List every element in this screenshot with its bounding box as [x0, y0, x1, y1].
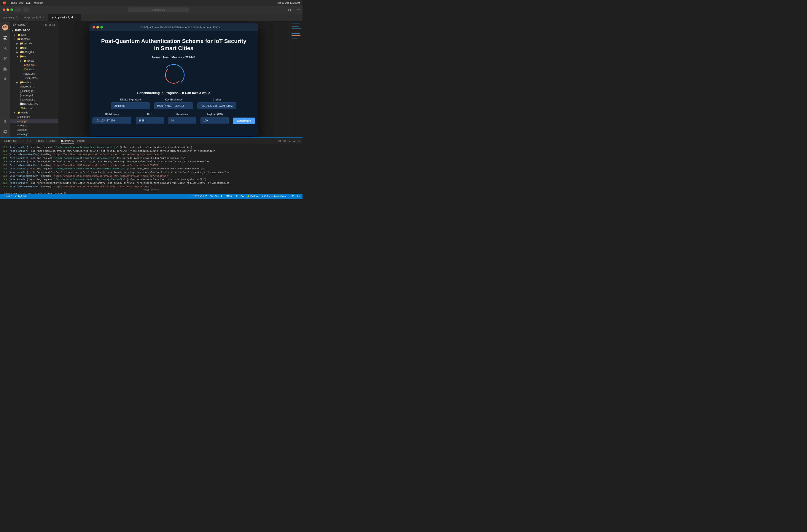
right-column [290, 21, 303, 137]
line-ending[interactable]: LF [235, 195, 237, 197]
css-icon: # [23, 72, 25, 75]
cipher-input[interactable] [197, 102, 236, 109]
explorer-icon[interactable] [1, 34, 9, 42]
search-bar[interactable] [128, 7, 189, 12]
layout-icon[interactable]: ⊞ [292, 8, 295, 12]
ip-input[interactable] [93, 117, 131, 124]
tree-main-js[interactable]: JSmain.js [11, 67, 58, 72]
folder-icon: 📁 [20, 46, 23, 49]
tree-src[interactable]: ▼📂src [11, 54, 58, 59]
forward-button[interactable]: → [23, 7, 30, 12]
tree-main-go[interactable]: ∞main.go [11, 132, 58, 136]
port-group: Port [136, 113, 164, 124]
port-input[interactable] [136, 117, 164, 124]
tree-frontend[interactable]: ▼📂frontend [11, 37, 58, 41]
port-label: Port [136, 113, 164, 116]
terminal-line-8: DEB [AssetHandler] File 'node_modules/sv… [3, 171, 300, 174]
refresh-icon[interactable]: ↺ [49, 23, 52, 26]
git-branch[interactable]: ⎇ main* [3, 195, 12, 198]
app-minimize-btn[interactable] [96, 26, 99, 28]
back-button[interactable]: ← [15, 7, 21, 12]
settings-icon[interactable] [1, 127, 9, 136]
tab-app-go[interactable]: ∞ app.go 1, M ✕ [21, 14, 49, 21]
tree-project-root[interactable]: ▼ THESIS-POC [11, 28, 58, 33]
tree-style-css[interactable]: #style.css [11, 72, 58, 76]
ports-tab[interactable]: PORTS [77, 139, 86, 144]
new-file-icon[interactable]: + [42, 23, 44, 26]
tree-readme-front[interactable]: 📄README.m... [11, 102, 58, 106]
debug-console-tab[interactable]: DEBUG CONSOLE [35, 139, 57, 144]
source-control-icon[interactable] [1, 54, 9, 63]
tab-app-svelte[interactable]: ◈ App.svelte 1, M ✕ [49, 14, 81, 21]
folder-icon: 📁 [20, 51, 23, 54]
errors-warnings[interactable]: ⊘ 1△2 ⓪0 [15, 195, 26, 198]
tree-app-svelte[interactable]: ◈App.svel... [11, 63, 58, 67]
terminal-line-9: DEB [ExternalAssetHandler] Loading 'http… [3, 174, 300, 178]
tree-results[interactable]: ▶📁results [11, 110, 58, 115]
digital-signature-input[interactable] [111, 102, 150, 109]
tree-dist[interactable]: ▶📁dist [11, 45, 58, 50]
language-mode[interactable]: Go [241, 195, 244, 197]
tree-vite-config[interactable]: JSvite.confi... [11, 106, 58, 110]
benchmark-button[interactable]: Benchmark [233, 117, 255, 124]
folder-icon: 📁 [20, 81, 23, 84]
problems-tab[interactable]: PROBLEMS [3, 139, 17, 144]
minimap-lines [291, 23, 302, 39]
key-exchange-input[interactable] [154, 102, 193, 109]
terminal-line-6: DEB [ExternalAssetHandler] Loading 'http… [3, 164, 300, 167]
encoding[interactable]: UTF-8 [225, 195, 232, 197]
go-icon2: ∞ [17, 133, 19, 136]
html-icon: ◇ [20, 85, 22, 88]
panel-more-icon[interactable]: ··· [288, 139, 291, 143]
terminal-tab[interactable]: TERMINAL [61, 138, 74, 144]
menu-window[interactable]: Window [34, 1, 43, 4]
tab-close-app-svelte[interactable]: ✕ [74, 16, 78, 19]
tab-main-go[interactable]: ∞ main.go 1 [0, 14, 21, 21]
tree-package-lock[interactable]: {}package-l... [11, 93, 58, 97]
tree-go-sum[interactable]: ≡go.sum [11, 128, 58, 132]
search-icon[interactable] [1, 44, 9, 53]
go-live[interactable]: ⚡ Go Live [247, 195, 258, 198]
menu-edit[interactable]: Edit [26, 1, 31, 4]
close-panel-icon[interactable]: ✕ [297, 139, 300, 143]
chevron-up-icon[interactable]: ∧ [293, 139, 295, 143]
close-button[interactable] [3, 8, 5, 11]
tab-close-app-go[interactable]: ✕ [42, 16, 45, 19]
tree-node-modules[interactable]: ▶📁node_mo... [11, 50, 58, 54]
tree-build[interactable]: ▶📁build [11, 33, 58, 37]
tree-vscode[interactable]: ▶📁.vscode [11, 41, 58, 45]
app-maximize-btn[interactable] [100, 26, 103, 28]
terminal-content[interactable]: DEB [AssetHandler] Handling request '/no… [0, 144, 303, 194]
tree-package-json[interactable]: {}package.j... [11, 97, 58, 102]
tree-wailsjs[interactable]: ▶📁wailsjs [11, 80, 58, 84]
colorize[interactable]: ✦ Colorize: 0 variables [262, 195, 286, 198]
tree-jsconfig[interactable]: {}jsconfig.js... [11, 89, 58, 93]
app-close-btn[interactable] [93, 26, 95, 28]
accounts-icon[interactable] [1, 117, 9, 125]
extensions-icon[interactable] [1, 64, 9, 73]
more-icon[interactable]: ··· [297, 8, 300, 12]
tree-assets[interactable]: ▶📁assets [11, 59, 58, 63]
tree-vite-env[interactable]: TSvite-env... [11, 76, 58, 80]
split-editor-icon[interactable]: ⊡ [288, 8, 291, 12]
prettier[interactable]: ⎇ Prettier [289, 195, 300, 198]
maximize-button[interactable] [11, 8, 13, 11]
collapse-icon[interactable]: ⊟ [52, 23, 55, 26]
ln-col[interactable]: Ln 126, Col 23 [192, 195, 207, 197]
payload-input[interactable] [200, 117, 229, 124]
tree-go-mod[interactable]: ≡go.mod [11, 124, 58, 128]
menu-app-name[interactable]: thesis_poc [11, 1, 23, 4]
split-terminal-icon[interactable]: ⊡ [278, 139, 281, 143]
new-folder-icon[interactable]: ⊕ [45, 23, 48, 26]
tab-size[interactable]: Tab Size: 4 [210, 195, 222, 197]
kill-terminal-icon[interactable]: 🗑 [283, 139, 286, 143]
debug-icon[interactable] [1, 75, 9, 83]
profile-icon[interactable]: NM [2, 24, 8, 31]
iterations-input[interactable] [168, 117, 196, 124]
tree-gitignore[interactable]: ◎.gitignore [11, 115, 58, 119]
minimize-button[interactable] [6, 8, 9, 11]
tree-app-go[interactable]: ∞app.go [11, 119, 58, 124]
terminal-line-3: DEB [ExternalAssetHandler] Loading 'http… [3, 153, 300, 156]
tree-index-html[interactable]: ◇index.htm... [11, 84, 58, 89]
output-tab[interactable]: OUTPUT [21, 139, 31, 144]
